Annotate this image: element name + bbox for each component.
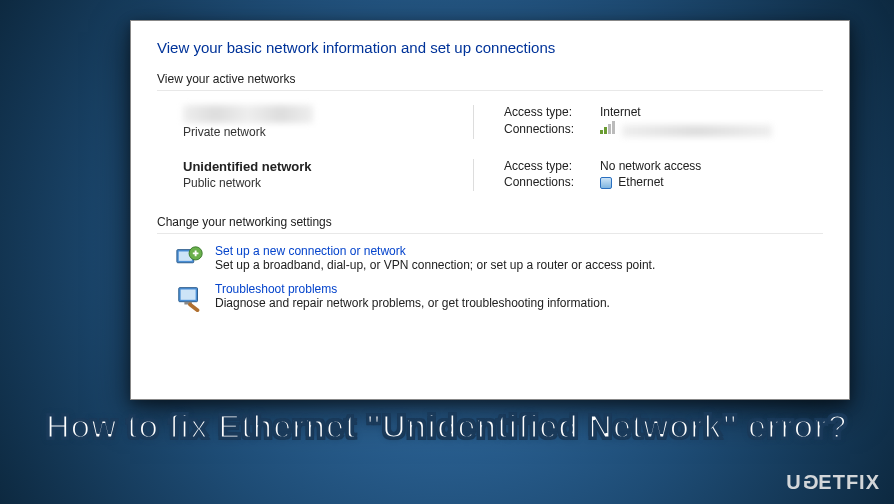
connection-link[interactable] <box>600 121 772 137</box>
access-type-value: Internet <box>600 105 641 119</box>
article-caption: How to fix Ethernet "Unidentified Networ… <box>0 408 894 446</box>
divider <box>157 90 823 91</box>
network-type: Public network <box>183 176 473 190</box>
network-item: Private network Access type: Internet Co… <box>183 101 823 149</box>
settings-item-title: Troubleshoot problems <box>215 282 610 296</box>
connection-link[interactable]: Ethernet <box>600 175 664 189</box>
watermark-logo: UGETFIX <box>786 471 880 494</box>
page-title: View your basic network information and … <box>157 39 823 56</box>
troubleshoot-item[interactable]: Troubleshoot problems Diagnose and repai… <box>175 282 823 312</box>
access-type-value: No network access <box>600 159 701 173</box>
connection-name-redacted <box>622 125 772 137</box>
network-identity: Private network <box>183 105 473 139</box>
svg-rect-4 <box>181 290 196 300</box>
troubleshoot-icon <box>175 282 205 312</box>
access-type-label: Access type: <box>504 159 594 173</box>
network-sharing-center-window: View your basic network information and … <box>130 20 850 400</box>
active-networks-heading: View your active networks <box>157 72 823 86</box>
network-name: Unidentified network <box>183 159 473 174</box>
active-networks-list: Private network Access type: Internet Co… <box>157 101 823 201</box>
connection-name: Ethernet <box>618 175 663 189</box>
network-details: Access type: Internet Connections: <box>473 105 823 139</box>
settings-item-title: Set up a new connection or network <box>215 244 655 258</box>
connections-label: Connections: <box>504 175 594 189</box>
setup-connection-icon <box>175 244 205 274</box>
settings-list: Set up a new connection or network Set u… <box>157 244 823 312</box>
network-item: Unidentified network Public network Acce… <box>183 155 823 201</box>
setup-connection-item[interactable]: Set up a new connection or network Set u… <box>175 244 823 274</box>
settings-item-desc: Set up a broadband, dial-up, or VPN conn… <box>215 258 655 272</box>
connections-label: Connections: <box>504 122 594 136</box>
wifi-signal-icon <box>600 121 615 134</box>
access-type-label: Access type: <box>504 105 594 119</box>
network-type: Private network <box>183 125 473 139</box>
network-name-redacted <box>183 105 313 123</box>
network-identity: Unidentified network Public network <box>183 159 473 190</box>
ethernet-icon <box>600 177 612 189</box>
network-details: Access type: No network access Connectio… <box>473 159 823 191</box>
change-settings-heading: Change your networking settings <box>157 215 823 229</box>
divider <box>157 233 823 234</box>
settings-item-desc: Diagnose and repair network problems, or… <box>215 296 610 310</box>
